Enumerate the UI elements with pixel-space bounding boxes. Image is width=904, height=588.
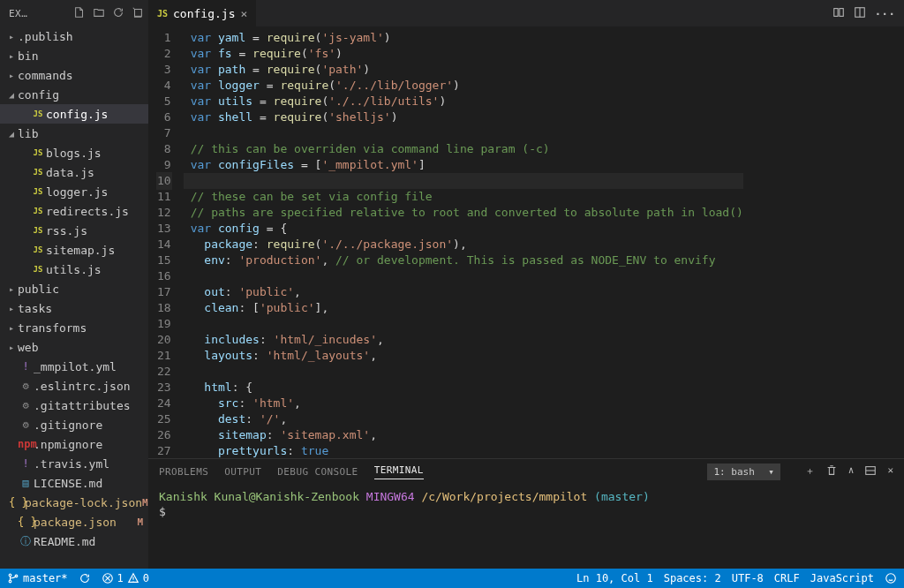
- twisty-icon: ▸: [7, 304, 16, 313]
- json-file-icon: { }: [9, 496, 25, 509]
- split-editor-icon[interactable]: [854, 6, 866, 21]
- file-item[interactable]: npm.npmignore: [0, 434, 148, 454]
- status-branch[interactable]: master*: [7, 572, 68, 584]
- status-problems[interactable]: 1 0: [102, 572, 149, 584]
- readme-icon: ⓘ: [18, 534, 34, 549]
- folder-item[interactable]: ▸commands: [0, 65, 148, 85]
- file-item[interactable]: JSredirects.js: [0, 201, 148, 221]
- svg-rect-0: [135, 9, 142, 16]
- js-file-icon: JS: [30, 148, 46, 157]
- close-panel-icon[interactable]: ✕: [887, 464, 893, 479]
- js-file-icon: JS: [30, 226, 46, 235]
- status-eol[interactable]: CRLF: [774, 572, 800, 584]
- folder-item[interactable]: ▸.publish: [0, 26, 148, 46]
- folder-item[interactable]: ◢lib: [0, 124, 148, 143]
- tree-item-label: .publish: [18, 30, 73, 43]
- tree-item-label: _mmpilot.yml: [34, 360, 117, 373]
- terminal-shell-select[interactable]: 1: bash: [707, 464, 780, 480]
- file-item[interactable]: ▤LICENSE.md: [0, 473, 148, 493]
- terminal-user: Kanishk Kunal@Kanishk-Zenbook: [159, 490, 359, 503]
- tree-item-label: commands: [18, 69, 73, 82]
- new-terminal-icon[interactable]: ＋: [805, 464, 815, 479]
- twisty-icon: ▸: [7, 71, 16, 80]
- tab-config-js[interactable]: JS config.js ×: [148, 0, 257, 26]
- folder-item[interactable]: ▸transforms: [0, 318, 148, 337]
- folder-item[interactable]: ◢config: [0, 85, 148, 104]
- file-item[interactable]: ⚙.gitattributes: [0, 396, 148, 415]
- tree-item-label: config.js: [46, 108, 108, 121]
- js-file-icon: JS: [30, 207, 46, 215]
- diff-icon[interactable]: [832, 6, 845, 21]
- tree-item-label: utils.js: [46, 263, 102, 276]
- status-sync[interactable]: [79, 572, 91, 584]
- folder-item[interactable]: ▸web: [0, 337, 148, 357]
- tree-item-label: lib: [18, 127, 38, 140]
- tree-item-label: logger.js: [46, 185, 108, 199]
- terminal-branch: (master): [594, 490, 650, 503]
- new-file-icon[interactable]: [72, 6, 87, 21]
- file-item[interactable]: { }package.jsonM: [0, 512, 148, 531]
- scm-badge: M: [137, 516, 143, 528]
- file-item[interactable]: JSblogs.js: [0, 143, 148, 162]
- folder-item[interactable]: ▸public: [0, 279, 148, 298]
- file-item[interactable]: JSrss.js: [0, 221, 148, 240]
- file-item[interactable]: JSsitemap.js: [0, 240, 148, 260]
- code-content[interactable]: var yaml = require('js-yaml')var fs = re…: [184, 26, 743, 458]
- tree-item-label: data.js: [46, 166, 94, 179]
- tree-item-label: package.json: [34, 516, 117, 529]
- panel-tab-problems[interactable]: PROBLEMS: [159, 466, 208, 478]
- file-item[interactable]: ⚙.eslintrc.json: [0, 376, 148, 396]
- tree-item-label: transforms: [18, 321, 87, 335]
- file-tree[interactable]: ▸.publish▸bin▸commands◢configJSconfig.js…: [0, 26, 148, 569]
- folder-item[interactable]: ▸tasks: [0, 298, 148, 318]
- editor-area: JS config.js × ··· 123456789101112131415…: [148, 0, 904, 569]
- tree-item-label: public: [18, 283, 59, 296]
- status-feedback-icon[interactable]: [885, 572, 897, 584]
- file-item[interactable]: !_mmpilot.yml: [0, 357, 148, 376]
- new-folder-icon[interactable]: [92, 6, 106, 21]
- line-number-gutter: 1234567891011121314151617181920212223242…: [148, 26, 184, 458]
- panel-layout-icon[interactable]: [864, 464, 877, 479]
- panel-tab-debug-console[interactable]: DEBUG CONSOLE: [277, 466, 358, 478]
- twisty-icon: ▸: [7, 343, 16, 352]
- markdown-file-icon: ▤: [18, 477, 34, 489]
- twisty-icon: ◢: [7, 90, 16, 100]
- close-tab-icon[interactable]: ×: [241, 7, 248, 20]
- code-editor[interactable]: 1234567891011121314151617181920212223242…: [148, 26, 904, 458]
- terminal-output[interactable]: Kanishk Kunal@Kanishk-Zenbook MINGW64 /c…: [148, 484, 904, 569]
- explorer-title: EX…: [9, 8, 67, 19]
- folder-item[interactable]: ▸bin: [0, 46, 148, 65]
- file-item[interactable]: { }package-lock.jsonM: [0, 493, 148, 512]
- js-file-icon: JS: [30, 245, 46, 254]
- npm-file-icon: npm: [18, 438, 34, 450]
- terminal-prompt-symbol: $: [159, 505, 166, 518]
- panel-tab-terminal[interactable]: TERMINAL: [374, 464, 424, 479]
- more-actions-icon[interactable]: ···: [875, 7, 895, 20]
- twisty-icon: ▸: [7, 51, 16, 61]
- tree-item-label: .eslintrc.json: [34, 380, 131, 393]
- svg-rect-2: [839, 8, 842, 16]
- config-file-icon: ⚙: [18, 399, 34, 411]
- panel-tab-output[interactable]: OUTPUT: [224, 466, 261, 478]
- maximize-panel-icon[interactable]: ∧: [848, 464, 855, 479]
- file-item[interactable]: JSlogger.js: [0, 182, 148, 201]
- collapse-all-icon[interactable]: [131, 6, 145, 21]
- kill-terminal-icon[interactable]: [825, 464, 838, 479]
- js-file-icon: JS: [157, 9, 168, 19]
- status-language[interactable]: JavaScript: [810, 572, 874, 584]
- status-encoding[interactable]: UTF-8: [732, 572, 764, 584]
- refresh-icon[interactable]: [111, 6, 125, 21]
- status-cursor[interactable]: Ln 10, Col 1: [576, 572, 653, 584]
- explorer-sidebar: EX… ▸.publish▸bin▸commands◢configJSconfi…: [0, 0, 148, 569]
- file-item[interactable]: JSconfig.js: [0, 104, 148, 124]
- explorer-header: EX…: [0, 0, 148, 26]
- file-item[interactable]: ⓘREADME.md: [0, 531, 148, 551]
- file-item[interactable]: ⚙.gitignore: [0, 415, 148, 434]
- file-item[interactable]: JSdata.js: [0, 162, 148, 182]
- file-item[interactable]: JSutils.js: [0, 260, 148, 279]
- tree-item-label: config: [18, 88, 59, 102]
- status-indent[interactable]: Spaces: 2: [664, 572, 721, 584]
- svg-point-5: [9, 574, 11, 577]
- file-item[interactable]: !.travis.yml: [0, 454, 148, 473]
- twisty-icon: ▸: [7, 323, 16, 333]
